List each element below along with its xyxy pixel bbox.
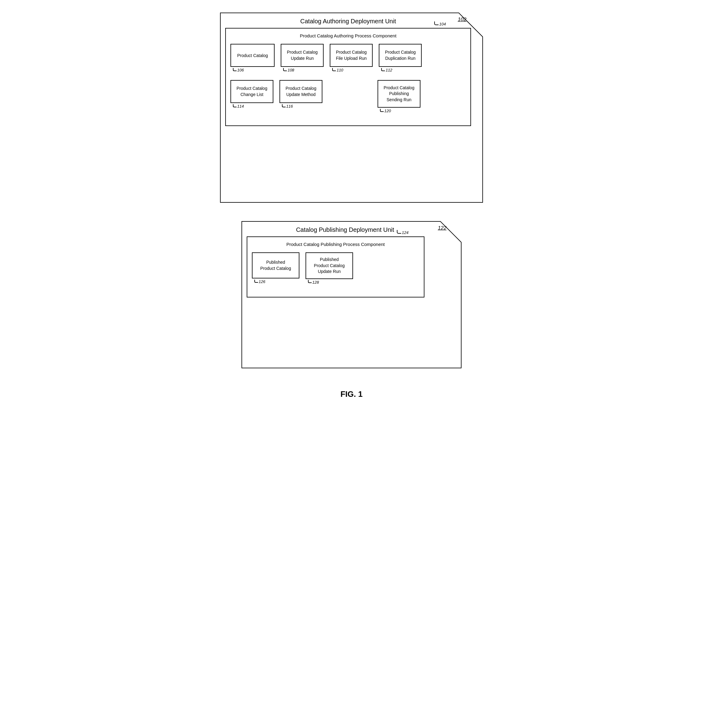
item-wrapper-120: Product Catalog Publishing Sending Run 1… [377,80,421,113]
authoring-process-ref-label: 104 [434,22,446,26]
publishing-deployment-unit: Catalog Publishing Deployment Unit 122 P… [241,221,462,368]
publishing-process-ref-label: 124 [397,230,409,235]
item-published-catalog: Published Product Catalog [252,252,300,279]
item-106-ref: 106 [233,68,244,72]
item-file-upload-run: Product Catalog File Upload Run [330,44,373,67]
authoring-deployment-unit: Catalog Authoring Deployment Unit 102 Pr… [220,12,483,202]
item-wrapper-106: Product Catalog 106 [230,44,275,72]
item-110-ref: 110 [332,68,343,72]
item-duplication-run: Product Catalog Duplication Run [379,44,422,67]
publishing-process-title: Product Catalog Publishing Process Compo… [252,242,419,247]
authoring-process-title: Product Catalog Authoring Process Compon… [230,33,466,38]
fig-label: FIG. 1 [340,390,363,399]
item-wrapper-112: Product Catalog Duplication Run 112 [379,44,422,72]
authoring-unit-content: Catalog Authoring Deployment Unit 102 Pr… [220,12,483,202]
item-116-ref: 116 [282,104,293,108]
item-publishing-sending-run: Product Catalog Publishing Sending Run [377,80,421,108]
item-114-ref: 114 [233,104,244,108]
item-update-method: Product Catalog Update Method [279,80,323,103]
item-108-ref: 108 [283,68,294,72]
item-wrapper-110: Product Catalog File Upload Run 110 [330,44,373,72]
item-112-ref: 112 [381,68,392,72]
authoring-unit-ref: 102 [458,17,467,23]
item-update-run: Product Catalog Update Run [281,44,324,67]
publishing-process-component: Product Catalog Publishing Process Compo… [247,237,425,298]
item-published-update-run: Published Product Catalog Update Run [305,252,353,279]
authoring-items-bottom-row: Product Catalog Change List 114 Product … [230,80,466,113]
publishing-unit-title: Catalog Publishing Deployment Unit [247,226,444,233]
item-120-ref: 120 [380,108,391,113]
item-126-ref: 126 [254,279,265,284]
publishing-items-row: Published Product Catalog 126 Published … [252,252,419,285]
item-wrapper-128: Published Product Catalog Update Run 128 [305,252,353,285]
publishing-unit-content: Catalog Publishing Deployment Unit 122 P… [241,221,462,368]
authoring-process-component: Product Catalog Authoring Process Compon… [225,28,471,126]
item-change-list: Product Catalog Change List [230,80,273,103]
publishing-unit-ref: 122 [438,225,447,231]
item-product-catalog: Product Catalog [230,44,275,67]
item-wrapper-114: Product Catalog Change List 114 [230,80,273,108]
item-128-ref: 128 [308,280,319,285]
item-wrapper-126: Published Product Catalog 126 [252,252,300,284]
authoring-items-top-row: Product Catalog 106 Product Catalog Upda… [230,44,466,72]
item-wrapper-116: Product Catalog Update Method 116 [279,80,323,108]
item-wrapper-108: Product Catalog Update Run 108 [281,44,324,72]
page-container: Catalog Authoring Deployment Unit 102 Pr… [213,12,490,399]
